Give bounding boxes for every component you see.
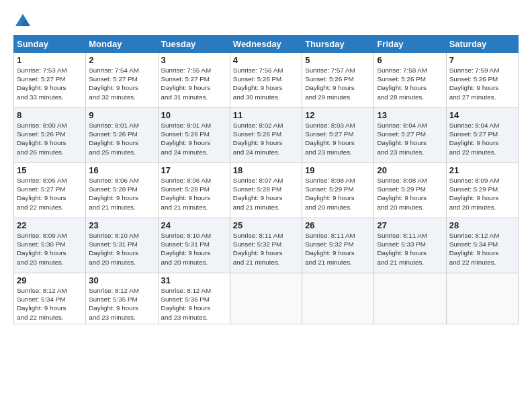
calendar-week-row: 22Sunrise: 8:09 AMSunset: 5:30 PMDayligh…	[14, 218, 519, 273]
day-number: 10	[161, 110, 227, 120]
day-info: Sunrise: 7:54 AMSunset: 5:27 PMDaylight:…	[89, 66, 154, 101]
day-number: 6	[377, 55, 443, 65]
day-info: Sunrise: 8:06 AMSunset: 5:28 PMDaylight:…	[161, 176, 227, 212]
day-number: 21	[449, 165, 515, 175]
calendar-cell: 23Sunrise: 8:10 AMSunset: 5:31 PMDayligh…	[86, 218, 158, 273]
day-info: Sunrise: 8:10 AMSunset: 5:31 PMDaylight:…	[89, 231, 154, 267]
day-info: Sunrise: 8:12 AMSunset: 5:34 PMDaylight:…	[449, 231, 515, 267]
calendar-cell	[230, 273, 302, 324]
day-info: Sunrise: 7:57 AMSunset: 5:26 PMDaylight:…	[305, 66, 371, 101]
day-info: Sunrise: 8:10 AMSunset: 5:31 PMDaylight:…	[161, 231, 227, 267]
calendar-cell: 16Sunrise: 8:06 AMSunset: 5:28 PMDayligh…	[86, 163, 158, 218]
day-number: 14	[449, 110, 515, 120]
day-number: 24	[161, 220, 227, 230]
calendar-week-row: 29Sunrise: 8:12 AMSunset: 5:34 PMDayligh…	[14, 273, 519, 324]
day-number: 4	[233, 55, 299, 65]
day-number: 11	[233, 110, 299, 120]
day-number: 15	[17, 165, 83, 175]
day-info: Sunrise: 7:55 AMSunset: 5:27 PMDaylight:…	[161, 66, 227, 101]
calendar-cell: 15Sunrise: 8:05 AMSunset: 5:27 PMDayligh…	[14, 163, 86, 218]
day-number: 19	[305, 165, 371, 175]
day-number: 5	[305, 55, 371, 65]
day-number: 12	[305, 110, 371, 120]
calendar-cell: 18Sunrise: 8:07 AMSunset: 5:28 PMDayligh…	[230, 163, 302, 218]
day-number: 30	[89, 275, 154, 285]
calendar-header-sunday: Sunday	[14, 36, 86, 53]
logo	[13, 12, 34, 31]
day-info: Sunrise: 8:11 AMSunset: 5:32 PMDaylight:…	[305, 231, 371, 267]
day-number: 27	[377, 220, 443, 230]
calendar-cell: 2Sunrise: 7:54 AMSunset: 5:27 PMDaylight…	[86, 53, 158, 108]
calendar-cell: 14Sunrise: 8:04 AMSunset: 5:27 PMDayligh…	[446, 108, 518, 163]
calendar-header-friday: Friday	[374, 36, 446, 53]
day-number: 17	[161, 165, 227, 175]
calendar-cell: 11Sunrise: 8:02 AMSunset: 5:26 PMDayligh…	[230, 108, 302, 163]
calendar-cell: 28Sunrise: 8:12 AMSunset: 5:34 PMDayligh…	[446, 218, 518, 273]
calendar-header-saturday: Saturday	[446, 36, 518, 53]
calendar-cell: 31Sunrise: 8:12 AMSunset: 5:36 PMDayligh…	[158, 273, 230, 324]
day-number: 3	[161, 55, 227, 65]
day-number: 1	[17, 55, 83, 65]
logo-icon	[13, 12, 32, 31]
calendar-cell	[302, 273, 374, 324]
calendar-cell: 30Sunrise: 8:12 AMSunset: 5:35 PMDayligh…	[86, 273, 158, 324]
day-info: Sunrise: 8:06 AMSunset: 5:28 PMDaylight:…	[89, 176, 154, 212]
day-info: Sunrise: 8:05 AMSunset: 5:27 PMDaylight:…	[17, 176, 83, 212]
day-info: Sunrise: 7:53 AMSunset: 5:27 PMDaylight:…	[17, 66, 83, 101]
day-number: 31	[161, 275, 227, 285]
day-number: 29	[17, 275, 83, 285]
day-info: Sunrise: 8:03 AMSunset: 5:27 PMDaylight:…	[305, 121, 371, 156]
calendar-cell: 8Sunrise: 8:00 AMSunset: 5:26 PMDaylight…	[14, 108, 86, 163]
day-number: 23	[89, 220, 154, 230]
day-info: Sunrise: 8:09 AMSunset: 5:30 PMDaylight:…	[17, 231, 83, 267]
calendar-cell: 10Sunrise: 8:01 AMSunset: 5:26 PMDayligh…	[158, 108, 230, 163]
calendar-header-row: SundayMondayTuesdayWednesdayThursdayFrid…	[14, 36, 519, 53]
calendar-week-row: 1Sunrise: 7:53 AMSunset: 5:27 PMDaylight…	[14, 53, 519, 108]
day-info: Sunrise: 8:12 AMSunset: 5:36 PMDaylight:…	[161, 286, 227, 322]
day-number: 2	[89, 55, 154, 65]
day-info: Sunrise: 8:07 AMSunset: 5:28 PMDaylight:…	[233, 176, 299, 212]
calendar-cell: 9Sunrise: 8:01 AMSunset: 5:26 PMDaylight…	[86, 108, 158, 163]
calendar-week-row: 8Sunrise: 8:00 AMSunset: 5:26 PMDaylight…	[14, 108, 519, 163]
calendar-cell: 25Sunrise: 8:11 AMSunset: 5:32 PMDayligh…	[230, 218, 302, 273]
calendar-cell: 4Sunrise: 7:56 AMSunset: 5:26 PMDaylight…	[230, 53, 302, 108]
calendar-cell: 29Sunrise: 8:12 AMSunset: 5:34 PMDayligh…	[14, 273, 86, 324]
day-info: Sunrise: 8:04 AMSunset: 5:27 PMDaylight:…	[377, 121, 443, 156]
day-info: Sunrise: 8:00 AMSunset: 5:26 PMDaylight:…	[17, 121, 83, 156]
day-number: 7	[449, 55, 515, 65]
day-info: Sunrise: 7:56 AMSunset: 5:26 PMDaylight:…	[233, 66, 299, 101]
day-number: 22	[17, 220, 83, 230]
calendar-cell: 20Sunrise: 8:08 AMSunset: 5:29 PMDayligh…	[374, 163, 446, 218]
day-info: Sunrise: 8:04 AMSunset: 5:27 PMDaylight:…	[449, 121, 515, 156]
calendar-cell: 22Sunrise: 8:09 AMSunset: 5:30 PMDayligh…	[14, 218, 86, 273]
calendar-header-wednesday: Wednesday	[230, 36, 302, 53]
day-info: Sunrise: 7:58 AMSunset: 5:26 PMDaylight:…	[377, 66, 443, 101]
day-number: 26	[305, 220, 371, 230]
page-container: SundayMondayTuesdayWednesdayThursdayFrid…	[0, 0, 532, 331]
calendar-header-tuesday: Tuesday	[158, 36, 230, 53]
calendar-cell: 21Sunrise: 8:09 AMSunset: 5:29 PMDayligh…	[446, 163, 518, 218]
day-info: Sunrise: 8:08 AMSunset: 5:29 PMDaylight:…	[305, 176, 371, 212]
calendar-cell: 13Sunrise: 8:04 AMSunset: 5:27 PMDayligh…	[374, 108, 446, 163]
calendar-cell: 6Sunrise: 7:58 AMSunset: 5:26 PMDaylight…	[374, 53, 446, 108]
calendar-table: SundayMondayTuesdayWednesdayThursdayFrid…	[13, 35, 519, 324]
day-info: Sunrise: 8:12 AMSunset: 5:34 PMDaylight:…	[17, 286, 83, 322]
calendar-cell: 12Sunrise: 8:03 AMSunset: 5:27 PMDayligh…	[302, 108, 374, 163]
calendar-header-monday: Monday	[86, 36, 158, 53]
day-number: 20	[377, 165, 443, 175]
calendar-cell: 27Sunrise: 8:11 AMSunset: 5:33 PMDayligh…	[374, 218, 446, 273]
day-info: Sunrise: 8:12 AMSunset: 5:35 PMDaylight:…	[89, 286, 154, 322]
day-info: Sunrise: 8:11 AMSunset: 5:32 PMDaylight:…	[233, 231, 299, 267]
calendar-cell	[374, 273, 446, 324]
day-info: Sunrise: 8:11 AMSunset: 5:33 PMDaylight:…	[377, 231, 443, 267]
calendar-cell: 26Sunrise: 8:11 AMSunset: 5:32 PMDayligh…	[302, 218, 374, 273]
day-info: Sunrise: 7:59 AMSunset: 5:26 PMDaylight:…	[449, 66, 515, 101]
day-info: Sunrise: 8:01 AMSunset: 5:26 PMDaylight:…	[161, 121, 227, 156]
calendar-cell: 1Sunrise: 7:53 AMSunset: 5:27 PMDaylight…	[14, 53, 86, 108]
day-number: 8	[17, 110, 83, 120]
header	[13, 12, 519, 31]
day-info: Sunrise: 8:09 AMSunset: 5:29 PMDaylight:…	[449, 176, 515, 212]
day-number: 9	[89, 110, 154, 120]
day-number: 13	[377, 110, 443, 120]
day-info: Sunrise: 8:08 AMSunset: 5:29 PMDaylight:…	[377, 176, 443, 212]
